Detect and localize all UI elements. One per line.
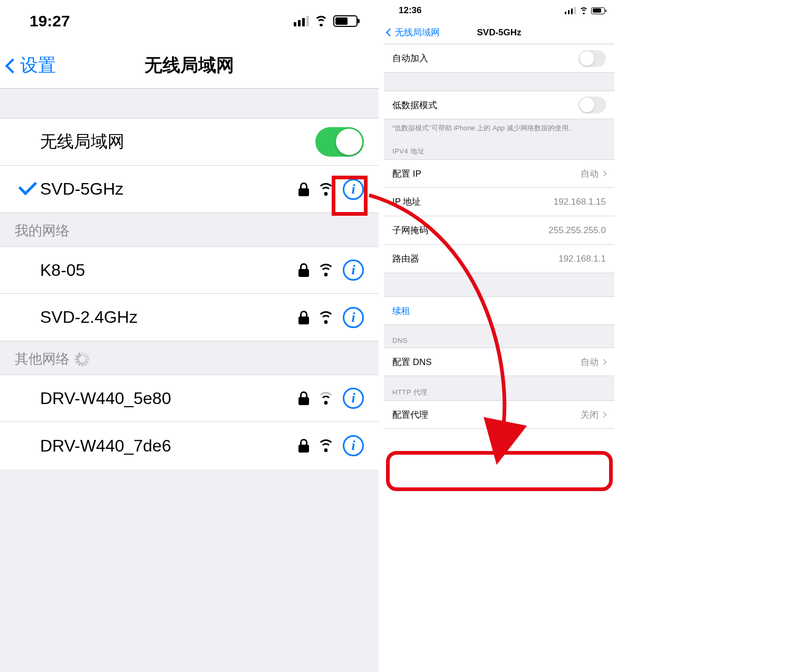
nav-title: 无线局域网 bbox=[0, 53, 379, 78]
wifi-master-toggle-row: 无线局域网 bbox=[0, 118, 379, 166]
status-bar: 12:36 bbox=[384, 0, 614, 21]
router-value: 192.168.1.1 bbox=[558, 254, 606, 264]
status-indicators bbox=[294, 15, 358, 27]
checkmark-icon bbox=[23, 178, 33, 200]
network-name: DRV-W440_7de6 bbox=[40, 436, 298, 456]
wifi-signal-icon bbox=[317, 311, 334, 324]
proxy-header: HTTP 代理 bbox=[384, 376, 614, 400]
battery-icon bbox=[591, 7, 605, 14]
network-name: SVD-2.4GHz bbox=[40, 308, 298, 327]
info-icon[interactable]: i bbox=[343, 179, 364, 200]
config-proxy-row[interactable]: 配置代理 关闭 bbox=[384, 400, 614, 429]
lock-icon bbox=[298, 311, 309, 324]
status-bar: 19:27 bbox=[0, 0, 379, 42]
cellular-signal-icon bbox=[565, 7, 576, 14]
back-label: 无线局域网 bbox=[395, 26, 440, 39]
auto-join-row: 自动加入 bbox=[384, 44, 614, 73]
status-time: 19:27 bbox=[30, 12, 70, 30]
config-dns-label: 配置 DNS bbox=[392, 356, 581, 368]
config-proxy-label: 配置代理 bbox=[392, 409, 581, 421]
connected-network-row[interactable]: SVD-5GHz i bbox=[0, 166, 379, 213]
my-networks-header: 我的网络 bbox=[0, 213, 379, 246]
network-row[interactable]: DRV-W440_5e80 i bbox=[0, 375, 379, 422]
config-dns-value: 自动 bbox=[581, 356, 599, 368]
back-button[interactable]: 设置 bbox=[0, 53, 56, 78]
ip-address-row: IP 地址 192.168.1.15 bbox=[384, 188, 614, 216]
wifi-details-screen: 12:36 无线局域网 SVD-5GHz 自动加入 低数据模式 “低数据模式”可… bbox=[384, 0, 614, 672]
lock-icon bbox=[298, 263, 309, 277]
chevron-left-icon bbox=[387, 27, 393, 38]
low-data-label: 低数据模式 bbox=[392, 99, 578, 111]
lock-icon bbox=[298, 391, 309, 405]
ip-address-label: IP 地址 bbox=[392, 196, 554, 208]
lock-icon bbox=[298, 183, 309, 196]
chevron-left-icon bbox=[7, 55, 18, 75]
chevron-right-icon bbox=[601, 359, 606, 365]
spinner-icon bbox=[75, 352, 90, 367]
low-data-note: “低数据模式”可帮助 iPhone 上的 App 减少网络数据的使用。 bbox=[384, 119, 614, 143]
wifi-status-icon bbox=[314, 16, 328, 26]
network-row[interactable]: DRV-W440_7de6 i bbox=[0, 422, 379, 469]
battery-icon bbox=[333, 15, 358, 27]
wifi-signal-icon bbox=[317, 439, 334, 452]
lock-icon bbox=[298, 439, 309, 453]
renew-lease-label: 续租 bbox=[392, 305, 410, 317]
router-row: 路由器 192.168.1.1 bbox=[384, 245, 614, 273]
config-ip-value: 自动 bbox=[581, 168, 599, 180]
ip-address-value: 192.168.1.15 bbox=[554, 197, 606, 207]
wifi-settings-screen: 19:27 设置 无线局域网 无线局域网 SVD-5GHz bbox=[0, 0, 379, 672]
network-row[interactable]: SVD-2.4GHz i bbox=[0, 294, 379, 341]
config-dns-row[interactable]: 配置 DNS 自动 bbox=[384, 348, 614, 376]
network-row[interactable]: K8-05 i bbox=[0, 246, 379, 294]
subnet-mask-label: 子网掩码 bbox=[392, 224, 548, 236]
chevron-right-icon bbox=[601, 412, 606, 418]
renew-lease-button[interactable]: 续租 bbox=[384, 296, 614, 325]
connected-network-name: SVD-5GHz bbox=[40, 179, 298, 199]
status-indicators bbox=[565, 7, 605, 14]
ipv4-header: IPV4 地址 bbox=[384, 143, 614, 159]
info-icon[interactable]: i bbox=[343, 435, 364, 456]
wifi-toggle[interactable] bbox=[315, 127, 364, 157]
dns-header: DNS bbox=[384, 325, 614, 348]
wifi-toggle-label: 无线局域网 bbox=[40, 130, 315, 153]
config-ip-row[interactable]: 配置 IP 自动 bbox=[384, 159, 614, 188]
nav-bar: 设置 无线局域网 bbox=[0, 42, 379, 89]
wifi-status-icon bbox=[579, 7, 588, 14]
subnet-mask-value: 255.255.255.0 bbox=[548, 225, 606, 236]
config-ip-label: 配置 IP bbox=[392, 168, 581, 180]
network-name: DRV-W440_5e80 bbox=[40, 389, 298, 408]
wifi-signal-icon bbox=[317, 183, 334, 196]
auto-join-label: 自动加入 bbox=[392, 52, 578, 64]
wifi-signal-icon bbox=[317, 392, 334, 405]
info-icon[interactable]: i bbox=[343, 260, 364, 281]
wifi-signal-icon bbox=[317, 264, 334, 276]
back-button[interactable]: 无线局域网 bbox=[384, 26, 440, 39]
info-icon[interactable]: i bbox=[343, 388, 364, 409]
router-label: 路由器 bbox=[392, 253, 558, 265]
low-data-row: 低数据模式 bbox=[384, 91, 614, 119]
low-data-toggle[interactable] bbox=[578, 97, 606, 113]
chevron-right-icon bbox=[601, 171, 606, 177]
other-networks-label: 其他网络 bbox=[15, 350, 70, 368]
config-proxy-value: 关闭 bbox=[581, 409, 599, 421]
other-networks-header: 其他网络 bbox=[0, 341, 379, 375]
auto-join-toggle[interactable] bbox=[578, 50, 606, 67]
status-time: 12:36 bbox=[399, 5, 421, 16]
back-label: 设置 bbox=[20, 53, 56, 78]
cellular-signal-icon bbox=[294, 16, 309, 26]
info-icon[interactable]: i bbox=[343, 307, 364, 328]
subnet-mask-row: 子网掩码 255.255.255.0 bbox=[384, 216, 614, 245]
network-name: K8-05 bbox=[40, 261, 298, 280]
nav-bar: 无线局域网 SVD-5GHz bbox=[384, 21, 614, 44]
